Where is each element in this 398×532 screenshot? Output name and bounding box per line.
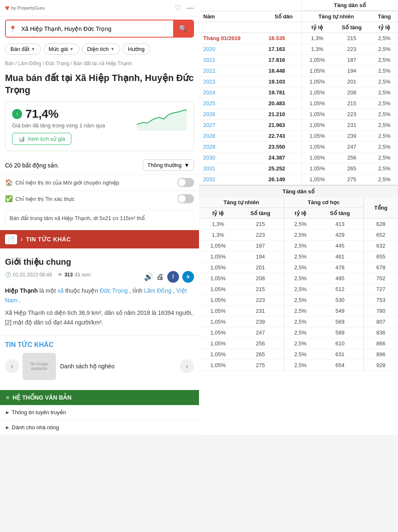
sub-so-tang-2: 445 [317,241,363,251]
sub-table-row: 1,3% 223 2,5% 429 652 [199,230,398,241]
table-row: 2032 26.149 1,05% 275 2,5% [199,174,398,185]
sub-ty-le-2: 2,5% [284,338,317,349]
so-tang-cell: 223 [333,44,371,55]
so-tang-cell: 223 [333,109,371,120]
facebook-button[interactable]: f [167,271,179,283]
ty-le-cell: 1,05% [302,142,333,152]
van-ban-item-1[interactable]: Dành cho nhà nông [0,420,199,435]
news-banner-title: TIN TỨC KHÁC [26,236,71,243]
search-button[interactable]: 🔍 [173,20,193,37]
sub-so-tang-1: 239 [237,317,284,327]
ty-le-cell: 1,05% [302,152,333,163]
sub-so-tang-1: 223 [237,230,284,241]
filter-ban-dat[interactable]: Bán đất ▼ [5,43,41,55]
sub-col-so-tang-1: Số tăng [237,208,284,219]
year-cell: 2022 [199,66,266,76]
sort-dropdown[interactable]: Thông thường ▼ [143,160,194,171]
sub-ty-le-1: 1,05% [199,338,237,349]
toggle-moi-gioi: 🏠 Chỉ hiện thị tin của Môi giới chuyên n… [0,174,199,190]
header: ♥ by PropertyGuru ♡ — [0,0,199,16]
toggle-xac-thuc-switch[interactable] [177,194,194,203]
so-tang-cell: 265 [333,163,371,174]
sub-tong: 780 [363,306,398,317]
ty-le-cell: 1,05% [302,66,333,76]
chevron-down-icon: ▼ [31,47,35,51]
tang-ty-le-cell: 2,5% [370,109,398,120]
sub-col-ty-le2: tỷ lệ [370,22,398,33]
minus-icon[interactable]: — [186,3,194,13]
carousel-item-title: Danh sách hộ nghèo [60,363,114,370]
article-meta: 🕐 01.01.2023 08:48 👁 313 đã xem [5,272,91,278]
sub-ty-le-1: 1,05% [199,251,237,262]
filter-dien-tich[interactable]: Diện tích ▼ [82,43,120,55]
population-cell: 17.816 [266,55,302,66]
so-tang-cell: 275 [333,174,371,185]
table-row: Tháng 01/2019 16.535 1,3% 215 2,5% [199,33,398,44]
ty-le-cell: 1,05% [302,109,333,120]
no-image-text: No Image [30,362,48,366]
print-icon[interactable]: 🖨 [156,273,164,281]
table-row: 2023 19.103 1,05% 201 2,5% [199,76,398,87]
ty-le-cell: 1,05% [302,163,333,174]
article-highlighted-text: Hiệp Thạnh [5,287,38,294]
table-row: 2025 20.483 1,05% 215 2,5% [199,98,398,109]
toggle-xac-thuc-label: ✅ Chỉ hiện thị Tin xác thực [5,195,75,203]
tang-ty-le-cell: 2,5% [370,174,398,185]
article-link-lam-dong[interactable]: Lâm Đồng [144,287,171,294]
history-button[interactable]: 📊 Xem lịch sử giá [12,133,71,145]
sub-so-tang-2: 512 [317,284,363,295]
so-tang-cell: 256 [333,152,371,163]
price-chart [137,106,187,131]
sub-so-tang-1: 247 [237,327,284,338]
article-link-xa[interactable]: xã [58,287,64,294]
sub-ty-le-1: 1,05% [199,327,237,338]
sub-table-row: 1,05% 256 2,5% 610 866 [199,338,398,349]
so-tang-cell: 201 [333,76,371,87]
sub-ty-le-1: 1,05% [199,349,237,360]
sub-col-tong: Tổng [363,197,398,219]
article-link-duc-trong[interactable]: Đức Trọng [100,287,128,294]
property-preview[interactable]: Bán đất trung tâm xã Hiệp Thạnh, dt 5x21… [5,210,194,227]
toggle-moi-gioi-switch[interactable] [177,178,194,187]
van-ban-item-0[interactable]: Thông tin tuyên truyền [0,405,199,420]
carousel: ‹ No Image available Danh sách hộ nghèo … [5,353,194,380]
population-cell: 16.535 [266,33,302,44]
carousel-next-button[interactable]: › [180,359,194,373]
logo-heart-icon: ♥ [5,4,10,13]
sub-so-tang-1: 201 [237,262,284,273]
year-cell: 2031 [199,163,266,174]
sub-ty-le-2: 2,5% [284,306,317,317]
filter-huong[interactable]: Hướng [123,43,150,55]
population-cell: 21.963 [266,120,302,131]
tang-ty-le-cell: 2,5% [370,33,398,44]
col-tang-dan-so: Tăng dân số [302,0,398,11]
table-row: 2030 24.387 1,05% 256 2,5% [199,152,398,163]
telegram-button[interactable]: ✈ [182,271,194,283]
year-cell: 2029 [199,142,266,152]
table-row: 2024 19.781 1,05% 208 2,5% [199,87,398,98]
sub-tong: 632 [363,241,398,251]
sub-so-tang-2: 549 [317,306,363,317]
tang-ty-le-cell: 2,5% [370,44,398,55]
sub-col-ty-le-1: tỷ lệ [199,208,237,219]
sub-so-tang-1: 215 [237,219,284,230]
tang-ty-le-cell: 2,5% [370,66,398,76]
toggle-moi-gioi-label: 🏠 Chỉ hiện thị tin của Môi giới chuyên n… [5,179,119,186]
sub-ty-le-2: 2,5% [284,251,317,262]
sub-table-row: 1,05% 231 2,5% 549 780 [199,306,398,317]
news-banner: 📄 › TIN TỨC KHÁC [0,230,199,248]
bookmark-icon[interactable]: ♡ [175,3,181,13]
sub-tong: 678 [363,262,398,273]
carousel-prev-button[interactable]: ‹ [5,359,19,373]
sub-ty-le-2: 2,5% [284,273,317,284]
sub-tong: 655 [363,251,398,262]
col-so-dan: Số dân [266,11,302,22]
sub-ty-le-2: 2,5% [284,360,317,371]
speaker-icon[interactable]: 🔊 [144,272,153,281]
search-bar: 📍 🔍 [5,20,194,38]
sub-table-row: 1,05% 275 2,5% 654 928 [199,360,398,371]
search-input[interactable] [20,22,173,35]
filter-muc-gia[interactable]: Mức giá ▼ [43,43,79,55]
sub-tong: 628 [363,219,398,230]
filter-huong-label: Hướng [128,46,145,52]
